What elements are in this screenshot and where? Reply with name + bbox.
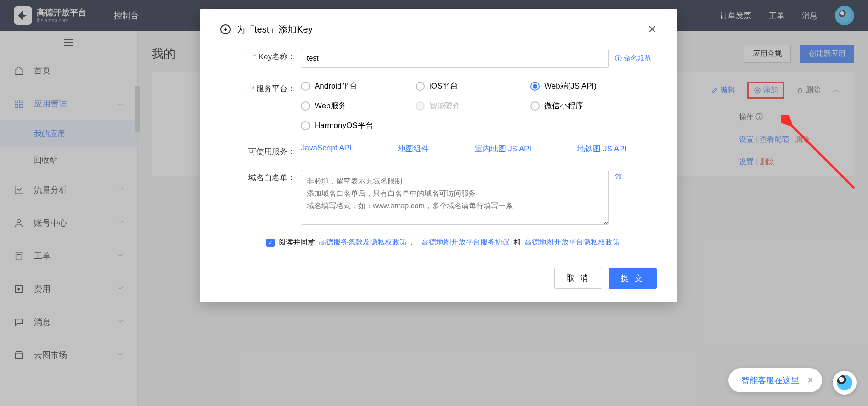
key-label: Key名称： (259, 52, 295, 61)
key-name-input[interactable] (301, 49, 609, 68)
radio-label: Android平台 (315, 81, 357, 91)
service-link[interactable]: 地铁图 JS API (577, 144, 626, 154)
radio-label: Web服务 (315, 100, 346, 111)
radio-label: Web端(JS API) (544, 81, 597, 91)
platform-label: 服务平台： (256, 84, 295, 93)
close-icon[interactable]: ✕ (807, 375, 814, 385)
svc-label: 可使用服务： (248, 147, 295, 156)
radio-icon (301, 101, 310, 111)
add-key-modal: + 为「test」添加Key ✕ *Key名称： ⓘ命名规范 *服务平台： An… (200, 9, 677, 302)
platform-radio[interactable]: Web服务 (301, 100, 402, 111)
radio-icon (301, 121, 310, 130)
domain-textarea[interactable] (301, 170, 609, 225)
radio-label: iOS平台 (429, 81, 458, 91)
radio-icon (416, 82, 425, 91)
watermark: CSDN @@差点长成美女. (785, 396, 863, 405)
domain-label: 域名白名单： (248, 173, 295, 182)
service-link[interactable]: 室内地图 JS API (475, 144, 532, 154)
platform-radio: 智能硬件 (416, 100, 517, 111)
radio-label: 微信小程序 (544, 100, 583, 111)
agree-text: 阅读并同意 (278, 238, 315, 247)
agree-link[interactable]: 高德地图开放平台隐私权政策 (524, 238, 620, 247)
help-icon[interactable]: ?⃝ (615, 172, 621, 180)
chat-text: 智能客服在这里 (741, 375, 799, 386)
platform-radio[interactable]: Android平台 (301, 81, 402, 91)
radio-icon (530, 82, 540, 91)
chat-bubble[interactable]: 智能客服在这里 ✕ (728, 368, 822, 392)
platform-radio[interactable]: iOS平台 (416, 81, 517, 91)
modal-title: 为「test」添加Key (236, 23, 313, 36)
service-link[interactable]: 地图组件 (398, 144, 429, 154)
platform-radio[interactable]: HarmonyOS平台 (301, 120, 402, 131)
service-link[interactable]: JavaScript API (301, 144, 352, 154)
agree-row: ✓ 阅读并同意 高德服务条款及隐私权政策 、 高德地图开放平台服务协议 和 高德… (266, 238, 657, 247)
close-icon[interactable]: ✕ (648, 23, 657, 36)
radio-icon (416, 101, 425, 111)
platform-radio[interactable]: Web端(JS API) (530, 81, 631, 91)
radio-label: 智能硬件 (429, 100, 461, 111)
chat-fab[interactable] (833, 371, 857, 395)
info-icon: ⓘ (615, 54, 622, 63)
naming-hint[interactable]: ⓘ命名规范 (615, 54, 651, 63)
platform-radio[interactable]: 微信小程序 (530, 100, 631, 111)
agree-link[interactable]: 高德地图开放平台服务协议 (422, 238, 510, 247)
submit-button[interactable]: 提 交 (609, 268, 657, 289)
plus-circle-icon: + (220, 24, 231, 34)
radio-icon (530, 101, 540, 111)
agree-link[interactable]: 高德服务条款及隐私权政策 (319, 238, 407, 247)
agree-checkbox[interactable]: ✓ (266, 239, 275, 247)
cancel-button[interactable]: 取 消 (554, 268, 603, 289)
radio-label: HarmonyOS平台 (315, 120, 373, 131)
radio-icon (301, 82, 310, 91)
